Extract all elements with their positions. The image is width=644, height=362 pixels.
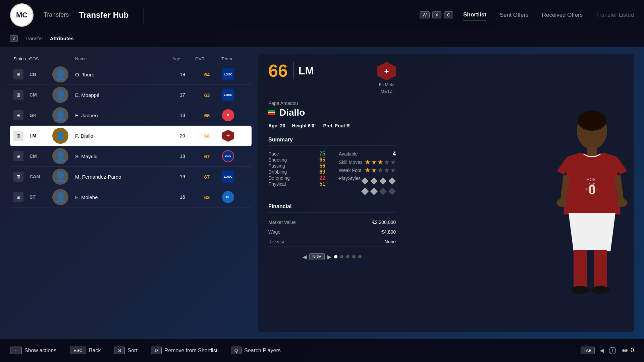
counter-2: 0 [621, 347, 634, 354]
player-ovr: 67 [195, 154, 219, 159]
counter-1: 1 [609, 347, 616, 354]
action-sort[interactable]: S Sort [114, 347, 137, 354]
financial-section: Financial Market Value €2,200,000 Wage €… [268, 203, 396, 247]
page-prev[interactable]: ◀ [303, 254, 307, 260]
playstyles-row-2 [361, 188, 396, 195]
col-ovr: OVR [195, 56, 219, 61]
player-pos: LM [30, 133, 50, 138]
playstyle-dot [370, 188, 378, 195]
playstyle-dot [361, 188, 369, 195]
sub-nav-attributes[interactable]: Attributes [50, 36, 74, 41]
table-row[interactable]: ⊞ CM 👤 S. Mayulu 18 67 PSG [10, 146, 252, 167]
page-dot-2[interactable] [340, 255, 343, 258]
playstyles-label: PlayStyles [339, 176, 361, 181]
table-row[interactable]: ⊞ CB 👤 O. Touré 19 64 LOSC [10, 64, 252, 85]
player-name: E. Molebe [75, 194, 170, 200]
player-avatar: 👤 [52, 87, 68, 103]
page-dot-1[interactable] [334, 255, 337, 258]
player-position-badge: LM [299, 65, 314, 77]
player-flag [268, 110, 275, 115]
table-row[interactable]: ⊞ CAM 👤 M. Fernandez-Pardo 19 67 LOSC [10, 167, 252, 187]
nav-title: Transfer Hub [79, 10, 128, 20]
badge-metz [222, 130, 234, 142]
player-pos: ST [30, 194, 50, 200]
wage-value: €4,800 [381, 229, 396, 235]
badge-losc: LOSC [222, 68, 234, 80]
key-sort: S [114, 347, 125, 354]
tab-sent-offers[interactable]: Sent Offers [500, 10, 529, 20]
player-avatar: 👤 [52, 66, 68, 82]
player-pos: CM [30, 154, 50, 159]
player-name: S. Mayulu [75, 154, 170, 159]
player-age: 20 [172, 133, 193, 138]
skill-moves-label: Skill Moves [339, 160, 363, 165]
page-dot-3[interactable] [346, 255, 350, 258]
star-1 [365, 160, 370, 165]
dribbling-label: Dribbling [268, 169, 287, 175]
page-dot-4[interactable] [352, 255, 356, 258]
label-back: Back [89, 348, 101, 354]
ctrl-w: W [420, 11, 430, 18]
stats-grid: Pace 75 Shooting 65 Passing 56 Dribbli [268, 151, 396, 195]
player-detail-panel: 66 LM Fc Metz METZ Papa Amadou [258, 54, 634, 332]
badge-losc: LOSC [222, 89, 234, 101]
wage-label: Wage [268, 229, 280, 235]
page-next[interactable]: ▶ [327, 254, 331, 260]
tab-key-badge: TAB [581, 347, 595, 354]
player-name: E. Jaouen [75, 113, 170, 118]
key-remove-shortlist: D [151, 347, 162, 354]
market-value-label: Market Value [268, 220, 296, 225]
player-name: O. Touré [75, 72, 170, 77]
tab-transfer-listed[interactable]: Transfer Listed [596, 10, 634, 20]
action-search-players[interactable]: Q Search Players [231, 347, 281, 354]
summary-title: Summary [268, 137, 396, 146]
nav-divider [144, 7, 144, 23]
player-age: 18 [172, 113, 193, 118]
star-1 [365, 168, 370, 173]
player-pos: GK [30, 113, 50, 118]
stat-defending: Defending 22 [268, 175, 325, 181]
playstyle-dot [388, 188, 396, 195]
market-value-row: Market Value €2,200,000 [268, 218, 396, 227]
table-row[interactable]: ⊞ CM 👤 E. Mbappé 17 63 LOSC [10, 85, 252, 105]
player-name: M. Fernandez-Pardo [75, 174, 170, 180]
playstyle-dot [370, 177, 378, 185]
stat-passing: Passing 56 [268, 163, 325, 169]
playstyles-row-1 [361, 177, 396, 185]
club-name: Fc Metz [379, 82, 394, 87]
sub-nav-transfer[interactable]: Transfer [24, 36, 43, 41]
nav-transfers[interactable]: Transfers [44, 11, 69, 18]
table-row-selected[interactable]: ⊞ LM 👤 P. Diallo 20 66 [10, 126, 252, 146]
release-label: Release [268, 239, 285, 244]
table-row[interactable]: ⊞ ST 👤 E. Molebe 16 63 OL [10, 187, 252, 207]
action-back[interactable]: ESC Back [70, 347, 101, 354]
action-show-actions[interactable]: ← Show actions [10, 347, 56, 354]
physical-value: 51 [319, 181, 325, 187]
star-2 [371, 160, 377, 165]
wage-row: Wage €4,800 [268, 227, 396, 237]
table-row[interactable]: ⊞ GK 👤 E. Jaouen 18 66 R [10, 105, 252, 126]
star-2 [371, 168, 377, 173]
action-remove-shortlist[interactable]: D Remove from Shortlist [151, 347, 217, 354]
bottom-nav-prev[interactable]: ◀ [600, 347, 604, 354]
age-label: Age: 20 [268, 123, 285, 128]
shortlist-icon: ⊞ [13, 90, 23, 100]
defending-value: 22 [319, 175, 325, 181]
player-age: 19 [172, 174, 193, 179]
badge-psg: PSG [222, 150, 234, 162]
player-ovr: 66 [195, 113, 219, 118]
player-bio: Age: 20 Height 6'0" Pref. Foot R [268, 123, 396, 128]
shortlist-icon: ⊞ [13, 172, 23, 182]
player-ovr: 66 [195, 133, 219, 139]
star-4 [384, 160, 389, 165]
tab-received-offers[interactable]: Received Offers [542, 10, 583, 20]
col-age: Age [172, 56, 193, 61]
page-dot-5[interactable] [358, 255, 362, 258]
tab-shortlist[interactable]: Shortlist [463, 10, 486, 20]
stat-available: Available 4 [339, 151, 396, 157]
player-age: 17 [172, 92, 193, 98]
badge-reims: R [222, 109, 234, 121]
team-badge: OL [221, 190, 235, 204]
stats-right: Available 4 Skill Moves [339, 151, 396, 195]
ctrl-c: C [444, 11, 453, 18]
